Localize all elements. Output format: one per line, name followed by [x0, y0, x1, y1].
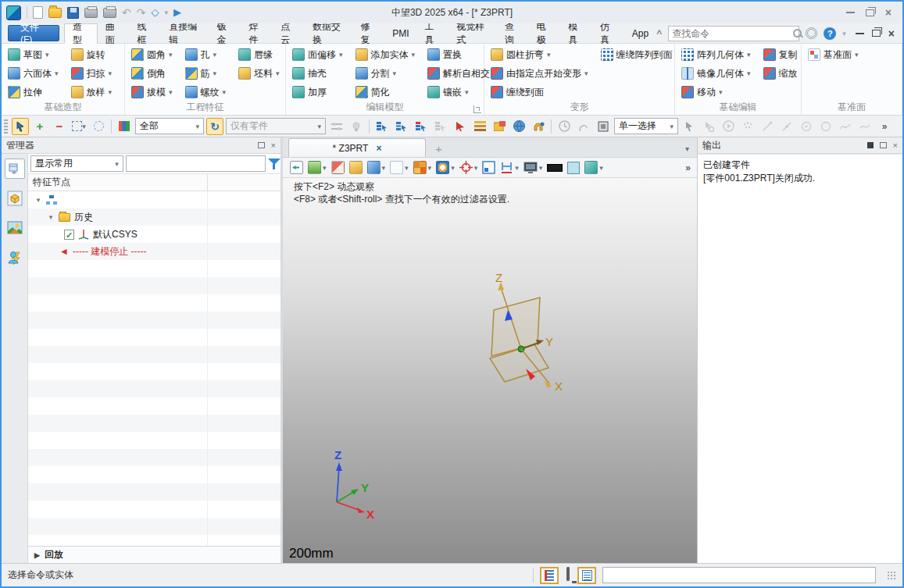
entity-filter-select[interactable]: 全部▾: [135, 118, 204, 134]
shaded-display-button[interactable]: ▾: [366, 160, 387, 175]
lip-button[interactable]: 唇缘: [237, 45, 281, 64]
column-divider[interactable]: [207, 174, 208, 191]
cylindrical-bend-button[interactable]: 圆柱折弯▾: [489, 45, 590, 64]
thread-button[interactable]: 螺纹▾: [184, 83, 228, 102]
print-icon[interactable]: [84, 8, 98, 18]
output-log[interactable]: 已创建零件 [零件001.Z3PRT]关闭成功.: [698, 154, 902, 563]
manager-restore-icon[interactable]: [258, 142, 265, 148]
command-search-input[interactable]: [672, 28, 793, 39]
pick-button[interactable]: [12, 118, 29, 135]
new-file-icon[interactable]: [33, 6, 43, 19]
help-icon[interactable]: ?: [824, 27, 836, 40]
doc-minimize-button[interactable]: [856, 33, 864, 34]
file-menu-button[interactable]: 文件(F): [8, 25, 59, 41]
chevron-down-icon[interactable]: ▾: [109, 88, 113, 96]
layer-state-button[interactable]: ▾: [307, 160, 327, 175]
fillet-button[interactable]: 圆角▾: [130, 45, 174, 64]
new-tab-icon[interactable]: +: [435, 144, 442, 154]
tab-tools[interactable]: 工具: [417, 23, 449, 43]
pick-region-button[interactable]: [393, 118, 410, 135]
tab-pmi[interactable]: PMI: [384, 23, 416, 43]
resolve-self-intersection-button[interactable]: 解析自相交: [426, 64, 491, 83]
material-button[interactable]: ▾: [584, 160, 604, 175]
feature-search-input[interactable]: [126, 155, 266, 172]
tree-column-header[interactable]: 特征节点: [28, 174, 280, 191]
tab-mold[interactable]: 模具: [560, 23, 592, 43]
open-file-icon[interactable]: [48, 8, 62, 18]
background-swatch[interactable]: [546, 163, 563, 173]
role-manager-icon[interactable]: [5, 248, 25, 268]
chevron-down-icon[interactable]: ▾: [223, 88, 227, 96]
tab-electrode[interactable]: 电极: [529, 23, 561, 43]
doc-close-button[interactable]: ×: [888, 29, 895, 38]
hole-button[interactable]: 孔▾: [184, 45, 228, 64]
tab-simulation[interactable]: 仿真: [592, 23, 624, 43]
filter-colors-button[interactable]: [116, 118, 133, 135]
datum-plane-button[interactable]: 基准面▾: [806, 45, 860, 64]
box-button[interactable]: 六面体▾: [6, 64, 60, 83]
csys-checkbox[interactable]: ✓: [64, 230, 74, 240]
chevron-down-icon[interactable]: ▾: [339, 51, 343, 59]
ucs-manager-button[interactable]: [491, 118, 508, 135]
collapse-icon[interactable]: ▾: [34, 196, 42, 204]
toolbar-overflow-icon[interactable]: »: [876, 118, 893, 135]
manager-close-icon[interactable]: ×: [271, 141, 276, 150]
lasso-select-button[interactable]: [90, 118, 107, 135]
chevron-down-icon[interactable]: ▾: [747, 51, 751, 59]
pick-last-button[interactable]: [452, 118, 469, 135]
target-point-button[interactable]: ▾: [459, 160, 479, 175]
constraint-display-button[interactable]: ▾: [499, 160, 520, 175]
chevron-down-icon[interactable]: ▾: [45, 51, 49, 59]
qat-dropdown-icon[interactable]: ▾: [164, 7, 168, 18]
collapse-ribbon-icon[interactable]: ^: [656, 28, 662, 39]
selection-mode-select[interactable]: 单一选择▾: [614, 118, 678, 134]
pick-curve-button[interactable]: [575, 118, 592, 135]
playback-bar[interactable]: ▶ 回放: [28, 546, 280, 563]
tab-app[interactable]: App: [624, 23, 656, 43]
chevron-down-icon[interactable]: ▾: [719, 88, 723, 96]
chevron-down-icon[interactable]: ▾: [547, 51, 551, 59]
bulb-filter-icon[interactable]: [348, 118, 365, 135]
close-button[interactable]: ×: [885, 8, 891, 17]
collapse-icon[interactable]: ▾: [47, 213, 55, 221]
divide-button[interactable]: 分割▾: [354, 64, 417, 83]
cursor-mode-button[interactable]: [681, 118, 698, 135]
slider-filter-icon[interactable]: [328, 118, 345, 135]
search-icon[interactable]: [793, 29, 802, 37]
toolbar-grip[interactable]: [4, 119, 8, 134]
stop-marker-icon[interactable]: ◄: [59, 246, 69, 257]
tab-shape[interactable]: 造型: [64, 23, 98, 44]
tab-list-icon[interactable]: ▾: [685, 144, 689, 153]
inlay-button[interactable]: 镶嵌▾: [426, 83, 491, 102]
output-toggle-button[interactable]: [577, 567, 596, 584]
save-icon[interactable]: [67, 7, 79, 19]
auto-regen-button[interactable]: [700, 118, 717, 135]
history-manager-icon[interactable]: [5, 159, 25, 179]
zoom-circle-button[interactable]: ▾: [435, 160, 456, 175]
status-command-input[interactable]: [602, 567, 876, 583]
viewport-button[interactable]: [481, 160, 496, 175]
pick-feature-button[interactable]: [432, 118, 449, 135]
copy-button[interactable]: 复制: [762, 45, 799, 64]
revolve-button[interactable]: 旋转: [70, 45, 114, 64]
remove-selection-button[interactable]: −: [51, 118, 68, 135]
monitor-display-button[interactable]: [565, 568, 571, 583]
face-offset-button[interactable]: 面偏移▾: [291, 45, 345, 64]
undo-icon[interactable]: ↶: [122, 7, 131, 18]
replace-button[interactable]: 置换: [426, 45, 491, 64]
snap-settings-button[interactable]: [530, 118, 547, 135]
solid-manager-icon[interactable]: [5, 188, 25, 208]
line-point-tool-icon[interactable]: [778, 118, 795, 135]
restore-button[interactable]: [866, 9, 874, 16]
regen-icon[interactable]: ◇: [151, 7, 159, 18]
filter-funnel-icon[interactable]: [268, 158, 278, 170]
document-tab-close-icon[interactable]: ×: [376, 143, 381, 154]
rib-button[interactable]: 筋▾: [184, 64, 228, 83]
resume-play-button[interactable]: [720, 118, 737, 135]
viewport[interactable]: 按下<F2> 动态观察 <F8> 或者<Shift-roll> 查找下一个有效的…: [283, 178, 697, 563]
play-icon[interactable]: ▶: [173, 7, 181, 18]
wrap-pattern-to-face-button[interactable]: 缠绕阵列到面: [599, 45, 674, 64]
circle-tool-icon[interactable]: [817, 118, 834, 135]
reorient-button[interactable]: ↻: [206, 118, 223, 135]
draft-button[interactable]: 拔模▾: [130, 83, 174, 102]
